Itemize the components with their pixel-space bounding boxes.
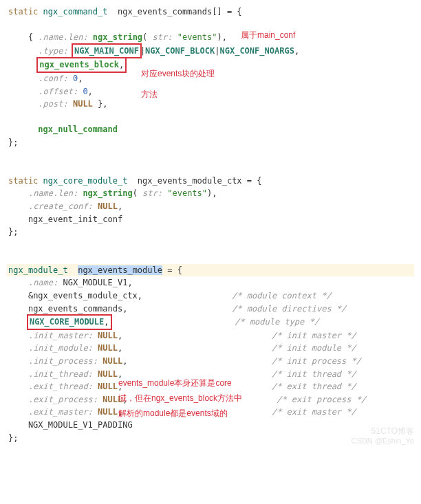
macro-main-conf: NGX_MAIN_CONF — [74, 46, 139, 56]
comment: /* init thread */ — [272, 369, 356, 379]
init-conf: ngx_event_init_conf — [8, 215, 122, 224]
close-brace: }; — [8, 138, 18, 147]
null-literal: NULL — [93, 407, 118, 417]
annotation-events-block-2: 方法 — [141, 88, 158, 101]
type-name: ngx_command_t — [43, 7, 108, 17]
close-brace: }; — [8, 227, 18, 237]
string-literal: "events" — [177, 32, 217, 42]
type-name: ngx_core_module_t — [43, 176, 128, 186]
annotation-events-block-1: 对应events块的处理 — [141, 67, 215, 80]
num-zero: 0 — [68, 74, 78, 83]
field-type: .type: — [38, 46, 67, 56]
field-name: .name: — [28, 278, 58, 287]
comment: /* exit thread */ — [272, 382, 356, 391]
field-init-module: .init_module: — [28, 343, 93, 353]
null-literal: NULL — [93, 382, 118, 391]
field-init-thread: .init_thread: — [28, 369, 93, 379]
field-post: .post: — [38, 99, 67, 109]
field-exit-process: .exit_process: — [28, 395, 98, 404]
field-name: .name.len: — [28, 188, 78, 198]
type-hint: str: — [153, 32, 173, 42]
null-literal: NULL — [93, 343, 118, 353]
close-brace: }; — [8, 433, 18, 443]
comment: /* module context */ — [232, 291, 332, 300]
field-exit-thread: .exit_thread: — [28, 382, 93, 391]
keyword-static: static — [8, 176, 38, 186]
field-name: .name.len: — [38, 32, 87, 42]
num-zero: 0 — [78, 87, 87, 96]
var-decl: ngx_events_module_ctx = { — [127, 176, 261, 186]
null-literal: NULL — [98, 356, 122, 366]
field-conf: .conf: — [38, 74, 67, 83]
module-padding: NGX_MODULE_V1_PADDING — [8, 420, 133, 430]
macro-core-module: NGX_CORE_MODULE — [30, 317, 104, 327]
annotation-main-conf: 属于main_conf — [241, 29, 295, 42]
highlight-core-module: NGX_CORE_MODULE, — [27, 314, 112, 330]
var-decl: ngx_events_commands[] = { — [118, 7, 242, 17]
selected-text: ngx_events_module — [78, 265, 162, 275]
comment: /* init module */ — [272, 343, 356, 353]
highlight-events-block: ngx_events_block, — [36, 57, 127, 73]
comment: /* exit master */ — [272, 407, 356, 417]
type-name: ngx_module_t — [8, 265, 68, 275]
func-call: ngx_string — [78, 188, 132, 198]
highlighted-line: ngx_module_t ngx_events_module = { — [7, 264, 414, 277]
annotation-core-1: events_module本身还算是core — [118, 377, 232, 390]
func-events-block: ngx_events_block — [39, 60, 119, 69]
null-literal: NULL — [93, 201, 118, 211]
code-block-2: static ngx_core_module_t ngx_events_modu… — [8, 175, 413, 239]
watermark-csdn: CSDN @Eshin_Ye — [352, 435, 414, 447]
annotation-core-3: 解析的module都是events域的 — [118, 407, 228, 420]
keyword-static: static — [8, 7, 38, 17]
macro-conf-noargs: NGX_CONF_NOARGS — [220, 46, 294, 56]
null-command: ngx_null_command — [8, 124, 118, 134]
highlight-main-conf: NGX_MAIN_CONF — [72, 43, 142, 59]
commands-ref: ngx_events_commands, — [28, 304, 128, 314]
comment: /* module type */ — [235, 317, 319, 327]
type-hint: str: — [142, 188, 162, 198]
field-offset: .offset: — [38, 87, 78, 96]
null-literal: NULL — [93, 331, 118, 340]
module-v1: NGX_MODULE_V1, — [58, 278, 132, 287]
comment: /* exit process */ — [277, 395, 366, 404]
field-init-process: .init_process: — [28, 356, 98, 366]
macro-conf-block: NGX_CONF_BLOCK — [145, 46, 215, 56]
comment: /* module directives */ — [232, 304, 346, 314]
annotation-core-2: 域，但在ngx_events_block方法中 — [118, 392, 242, 405]
comment: /* init master */ — [272, 331, 356, 340]
comment: /* init process */ — [272, 356, 361, 366]
func-call: ngx_string — [88, 32, 142, 42]
string-literal: "events" — [167, 188, 207, 198]
field-exit-master: .exit_master: — [28, 407, 93, 417]
field-create-conf: .create_conf: — [28, 201, 93, 211]
null-literal: NULL — [93, 369, 118, 379]
null-literal: NULL — [68, 99, 93, 109]
field-init-master: .init_master: — [28, 331, 93, 340]
module-ctx-ref: &ngx_events_module_ctx, — [28, 291, 142, 300]
